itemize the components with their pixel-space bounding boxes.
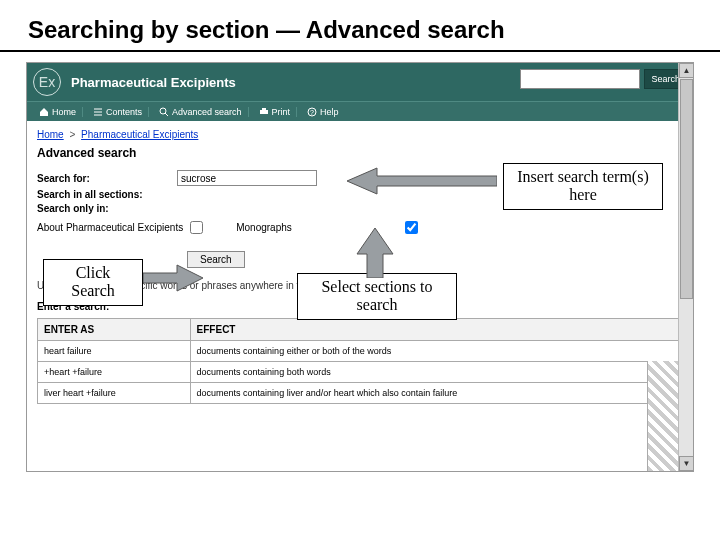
checkbox-about-label: About Pharmaceutical Excipients — [37, 222, 183, 233]
svg-line-1 — [165, 113, 168, 116]
nav-help[interactable]: ? Help — [301, 107, 345, 117]
search-icon — [159, 107, 169, 117]
table-row: liver heart +failure documents containin… — [38, 383, 683, 404]
list-icon — [93, 107, 103, 117]
product-name: Pharmaceutical Excipients — [71, 75, 236, 90]
scrollbar[interactable]: ▲ ▼ — [678, 63, 693, 471]
breadcrumb-sep: > — [69, 129, 75, 140]
nav-home-label: Home — [52, 107, 76, 117]
help-icon: ? — [307, 107, 317, 117]
nav-advanced-label: Advanced search — [172, 107, 242, 117]
nav-advanced-search[interactable]: Advanced search — [153, 107, 249, 117]
table-row: +heart +failure documents containing bot… — [38, 362, 683, 383]
scroll-up-button[interactable]: ▲ — [679, 63, 694, 78]
svg-rect-2 — [260, 110, 268, 114]
cell-query: liver heart +failure — [38, 383, 191, 404]
svg-marker-6 — [347, 168, 497, 194]
scroll-thumb[interactable] — [680, 79, 693, 299]
nav-home[interactable]: Home — [33, 107, 83, 117]
slide-title: Searching by section — Advanced search — [0, 0, 720, 52]
callout-click-search: Click Search — [43, 259, 143, 306]
cell-query: +heart +failure — [38, 362, 191, 383]
home-icon — [39, 107, 49, 117]
checkbox-about[interactable] — [190, 221, 203, 234]
callout-insert-term: Insert search term(s) here — [503, 163, 663, 210]
print-icon — [259, 107, 269, 117]
cell-effect: documents containing both words — [190, 362, 682, 383]
logo-icon: Ex — [33, 68, 61, 96]
breadcrumb-current[interactable]: Pharmaceutical Excipients — [81, 129, 198, 140]
arrow-right-icon — [143, 263, 203, 293]
arrow-left-icon — [347, 166, 497, 196]
quick-search-input[interactable] — [520, 69, 640, 89]
search-for-input[interactable] — [177, 170, 317, 186]
cell-effect: documents containing either or both of t… — [190, 341, 682, 362]
svg-rect-3 — [262, 108, 266, 110]
callout-select-sections: Select sections to search — [297, 273, 457, 320]
breadcrumb: Home > Pharmaceutical Excipients — [37, 129, 683, 140]
checkbox-monographs[interactable] — [405, 221, 418, 234]
syntax-table: ENTER AS EFFECT heart failure documents … — [37, 318, 683, 404]
app-header: Ex Pharmaceutical Excipients Search — [27, 63, 693, 101]
label-search-only: Search only in: — [37, 203, 177, 214]
nav-contents-label: Contents — [106, 107, 142, 117]
label-search-for: Search for: — [37, 173, 177, 184]
svg-marker-7 — [357, 228, 393, 278]
nav-print[interactable]: Print — [253, 107, 298, 117]
svg-marker-8 — [143, 265, 203, 291]
cell-effect: documents containing liver and/or heart … — [190, 383, 682, 404]
nav-help-label: Help — [320, 107, 339, 117]
checkbox-about-wrap[interactable]: About Pharmaceutical Excipients — [37, 218, 206, 237]
label-search-in: Search in all sections: — [37, 189, 177, 200]
quick-search: Search — [520, 69, 687, 89]
breadcrumb-home[interactable]: Home — [37, 129, 64, 140]
arrow-up-icon — [355, 228, 395, 278]
col-enter-as: ENTER AS — [38, 319, 191, 341]
screenshot-frame: Ex Pharmaceutical Excipients Search Home… — [26, 62, 694, 472]
scroll-down-button[interactable]: ▼ — [679, 456, 694, 471]
table-row: heart failure documents containing eithe… — [38, 341, 683, 362]
nav-bar: Home Contents Advanced search Print ? He… — [27, 101, 693, 121]
checkbox-monographs-label: Monographs — [236, 222, 292, 233]
nav-print-label: Print — [272, 107, 291, 117]
svg-text:?: ? — [310, 109, 314, 116]
page-heading: Advanced search — [37, 146, 683, 160]
col-effect: EFFECT — [190, 319, 682, 341]
nav-contents[interactable]: Contents — [87, 107, 149, 117]
cell-query: heart failure — [38, 341, 191, 362]
